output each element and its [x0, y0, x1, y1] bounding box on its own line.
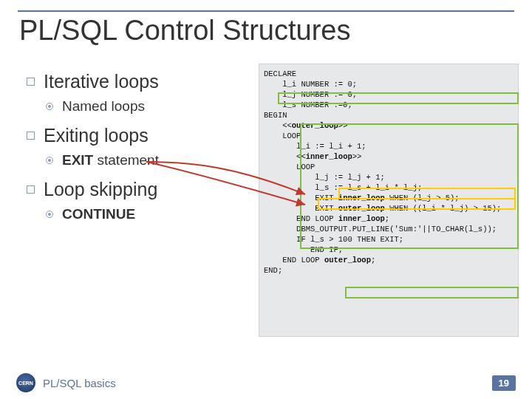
bullet-exit-stmt: EXIT statement — [62, 152, 159, 168]
bullet-icon — [27, 132, 35, 140]
page-number: 19 — [492, 375, 516, 391]
bullet-named: Named loops — [62, 98, 145, 115]
page-title: PL/SQL Control Structures — [19, 15, 350, 47]
bullet-content: Iterative loops Named loops Exiting loop… — [27, 66, 248, 233]
footer: CERN PL/SQL basics 19 — [0, 366, 532, 399]
bullet-exiting: Exiting loops — [44, 125, 149, 146]
bullet-continue: CONTINUE — [62, 206, 135, 222]
subbullet-icon — [46, 103, 53, 110]
highlight-exit-outer — [318, 198, 516, 210]
highlight-outer-open — [278, 92, 519, 104]
highlight-outer-close — [345, 287, 519, 299]
footer-text: PL/SQL basics — [43, 377, 116, 389]
subbullet-icon — [46, 211, 53, 218]
title-rule — [18, 10, 514, 12]
bullet-iterative: Iterative loops — [44, 71, 159, 92]
bullet-icon — [27, 185, 35, 194]
logo-icon: CERN — [16, 373, 35, 392]
highlight-inner-loop — [300, 123, 519, 249]
subbullet-icon — [46, 157, 53, 164]
slide: PL/SQL Control Structures Iterative loop… — [0, 0, 532, 399]
bullet-icon — [27, 78, 35, 86]
bullet-skipping: Loop skipping — [44, 179, 157, 200]
